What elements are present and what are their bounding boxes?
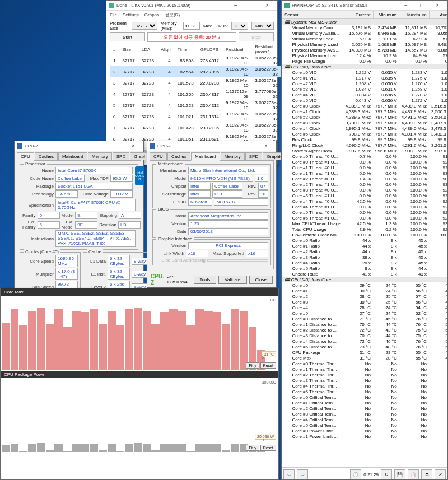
tab-spd[interactable]: SPD [245, 152, 262, 160]
settings-button[interactable]: ⚙ [421, 469, 432, 479]
sensor-row[interactable]: Bus Clock99.8 MHz99.7 MHz99.8 MHz99.8 MH… [282, 137, 448, 142]
refresh-button[interactable]: ↻ [381, 469, 392, 479]
sensor-row[interactable]: Core #4 Distance to ...72 °C46 °C76 °C54… [282, 338, 448, 344]
sensor-row[interactable]: Core #2 Critical Tem...NoNoNoNo [282, 406, 448, 411]
tab-caches[interactable]: Caches [35, 152, 58, 160]
sensor-row[interactable]: Core #4 Clock1,995.1 MHz797.7 MHz4,489.0… [282, 125, 448, 131]
sensor-row[interactable]: Core #0 Clock4,389.3 MHz797.7 MHz4,489.0… [282, 103, 448, 109]
sensor-row[interactable]: Uncore Ratio41 x8 x43 x32 x [282, 271, 448, 277]
tab-cpu[interactable]: CPU [17, 152, 34, 161]
sensor-row[interactable]: Core #5 Thread #0 U...0.0 %0.0 %100.0 %9… [282, 209, 448, 215]
sensor-row[interactable]: Core #5 VID0.643 V0.636 V1.272 V1.047 V [282, 97, 448, 103]
table-row[interactable]: 432717327284101.305230.48171.137512e-093… [110, 88, 281, 100]
sensor-row[interactable]: Core #4 Thread #1 U...0.0 %0.0 %100.0 %9… [282, 204, 448, 209]
sensor-row[interactable]: Core #5 Ratio8 x8 x44 x35 x [282, 265, 448, 271]
tab-memory[interactable]: Memory [88, 152, 112, 160]
sensor-row[interactable]: Core #1 VID1.217 V0.635 V1.275 V1.050 V [282, 75, 448, 81]
sensor-row[interactable]: Core #3 Distance to ...70 °C44 °C75 °C53… [282, 333, 448, 338]
sensor-row[interactable]: Core #1 Ratio44 x8 x45 x35 x [282, 243, 448, 249]
sensor-row[interactable]: Core #2 Distance to ...72 °C43 °C75 °C53… [282, 327, 448, 333]
titlebar[interactable]: CPU-Z −× [15, 141, 143, 151]
fity-button[interactable]: Fit y [246, 362, 259, 369]
close-button[interactable]: × [258, 142, 274, 151]
sensor-group[interactable]: 📟 CPU [#0]: Intel Core ... [282, 277, 448, 282]
rununit-select[interactable]: Minute [251, 22, 274, 30]
sensor-row[interactable]: Core #3 Clock3,790.0 MHz797.7 MHz4,489.0… [282, 120, 448, 125]
sensor-row[interactable]: Core #1 Thermal Thr...NoNoNoNo [282, 366, 448, 372]
tools-button[interactable]: Tools [194, 276, 217, 284]
sensor-row[interactable]: Core #4 Ratio20 x8 x45 x35 x [282, 260, 448, 265]
sensor-row[interactable]: Core #330 °C25 °C56 °C47 °C [282, 299, 448, 305]
sensor-row[interactable]: Core #5 Thermal Thr...NoNoNoNo [282, 389, 448, 394]
tab-mainboard[interactable]: Mainboard [58, 152, 87, 160]
table-row[interactable]: 332717327284101.573229.87339.192294e-103… [110, 77, 281, 88]
run-select[interactable]: 20 [231, 22, 248, 30]
sensor-row[interactable]: Core #1 Clock4,389.3 MHz797.7 MHz4,487.9… [282, 109, 448, 114]
table-row[interactable]: 13271732728483.868278.40129.192294e-103.… [110, 55, 281, 66]
menu-graphs[interactable]: Graphs [144, 12, 159, 17]
sensor-row[interactable]: Core #1 Power Limit ...NoNoNoYes [282, 434, 448, 439]
sensor-row[interactable]: Core #0 Critical Tem...NoNoNoNo [282, 394, 448, 400]
sensor-row[interactable]: Core #2 Thermal Thr...NoNoNoNo [282, 372, 448, 378]
fity-button[interactable]: Fit y [246, 445, 259, 451]
clock-button[interactable]: 🕐 [350, 469, 361, 479]
table-row[interactable]: 532717327284101.328230.43129.192294e-103… [110, 100, 281, 111]
sensor-row[interactable]: Core #0 Power Limit ...NoNoNoYes [282, 428, 448, 434]
sensor-row[interactable]: Core #1 Thread #1 U...0.0 %0.0 %100.0 %9… [282, 170, 448, 176]
sensor-row[interactable]: Physical Memory Load12.4 %10.2 %64.9 %57… [282, 53, 448, 58]
table-row[interactable]: 632717327284101.021231.13149.192294e-103… [110, 111, 281, 122]
close-button[interactable]: × [125, 142, 141, 151]
sensor-row[interactable]: Core #0 Thread #0 U...0.7 %0.0 %100.0 %9… [282, 153, 448, 159]
close-button[interactable]: × [259, 1, 275, 10]
sensor-row[interactable]: Core #527 °C24 °C52 °C43 °C [282, 310, 448, 316]
tab-mainboard[interactable]: Mainboard [191, 152, 220, 161]
sensor-row[interactable]: Max CPU/Thread Usage42.5 %1.3 %100.0 %93… [282, 221, 448, 226]
sensor-row[interactable]: Core #5 Critical Tem...NoNoNoNo [282, 422, 448, 428]
sensor-row[interactable]: On-Demand Clock Mo...100.0 %100.0 %100.0… [282, 232, 448, 237]
sensor-row[interactable]: Core #4 Thread #0 U...42.5 %0.0 %100.0 %… [282, 198, 448, 204]
sensor-row[interactable]: Core #0 VID1.222 V0.635 V1.283 V1.052 V [282, 69, 448, 75]
problemsize-select[interactable]: 32717 [132, 22, 157, 30]
sensor-row[interactable]: Core #3 Critical Tem...NoNoNoNo [282, 411, 448, 417]
sensor-row[interactable]: Page File Usage0.0 %0.0 %0.0 %0.0 % [282, 58, 448, 64]
maximize-button[interactable]: □ [414, 1, 430, 10]
stop-button[interactable]: Stop [239, 32, 274, 41]
sensor-row[interactable]: Core #2 Thread #0 U...1.4 %0.0 %100.0 %9… [282, 176, 448, 181]
log-button[interactable]: 📋 [408, 469, 419, 479]
tab-caches[interactable]: Caches [167, 152, 190, 160]
sensor-row[interactable]: Core #0 Thread #1 U...0.0 %0.0 %100.0 %9… [282, 159, 448, 165]
sensor-row[interactable]: Core #029 °C24 °C55 °C46 °C [282, 282, 448, 288]
sensor-row[interactable]: Virtual Memory Load16.9 %13.1 %62.9 %57.… [282, 36, 448, 41]
sensor-row[interactable]: CPU Package31 °C28 °C55 °C49 °C [282, 349, 448, 355]
close-button[interactable]: Close [249, 276, 273, 284]
reset-button[interactable]: Reset [260, 445, 276, 451]
sensor-row[interactable]: Physical Memory Avai...14,300 MB5,728 MB… [282, 47, 448, 53]
sensor-row[interactable]: Core Max31 °C28 °C55 °C49 °C [282, 355, 448, 361]
table-row[interactable]: 732717327284101.423230.21359.192294e-103… [110, 122, 281, 133]
sensor-row[interactable]: Core #3 Thermal Thr...NoNoNoNo [282, 378, 448, 383]
sensor-row[interactable]: Core #0 Ratio44 x8 x45 x35 x [282, 237, 448, 243]
tab-spd[interactable]: SPD [113, 152, 129, 160]
minimize-button[interactable]: − [242, 142, 258, 151]
nav-back-button[interactable]: ⇐ [283, 469, 295, 479]
sensor-row[interactable]: Core #0 Distance to ...71 °C45 °C76 °C54… [282, 316, 448, 321]
sensor-row[interactable]: Core #3 Ratio38 x8 x45 x35 x [282, 254, 448, 260]
memory-input[interactable] [183, 22, 200, 30]
sensor-row[interactable]: Core #2 VID1.208 V0.630 V1.270 V1.049 V [282, 81, 448, 86]
sensor-row[interactable]: Core #2 Ratio44 x8 x45 x35 x [282, 249, 448, 254]
tab-memory[interactable]: Memory [221, 152, 245, 160]
titlebar[interactable]: CPU-Z −× [147, 141, 276, 151]
sensor-row[interactable]: Core #2 Thread #1 U...0.0 %0.0 %100.0 %9… [282, 181, 448, 187]
sensor-row[interactable]: Core #130 °C24 °C56 °C47 °C [282, 288, 448, 293]
titlebar[interactable]: Done - LinX v0.9.1 (MKL 2018.1.009) − □ … [106, 1, 277, 11]
sensor-row[interactable]: Core #228 °C25 °C57 °C47 °C [282, 293, 448, 299]
table-row[interactable]: 23271732728482.564282.79959.192294e-103.… [110, 66, 281, 77]
sensor-row[interactable]: Core #1 Critical Tem...NoNoNoNo [282, 400, 448, 406]
sensor-row[interactable]: Ring/LLC Clock4,090.0 MHz797.7 MHz4,291.… [282, 142, 448, 148]
sensor-row[interactable]: Core #3 VID1.084 V0.631 V1.258 V1.047 V [282, 86, 448, 92]
titlebar[interactable]: HWiNFO64 v5.82-3410 Sensor Status −□× [282, 1, 447, 11]
sensor-row[interactable]: Core #428 °C24 °C54 °C46 °C [282, 305, 448, 310]
nav-fwd-button[interactable]: ⇒ [297, 469, 308, 479]
minimize-button[interactable]: − [228, 1, 244, 10]
sensor-row[interactable]: Core #3 Thread #1 U...0.0 %0.0 %100.0 %9… [282, 193, 448, 198]
